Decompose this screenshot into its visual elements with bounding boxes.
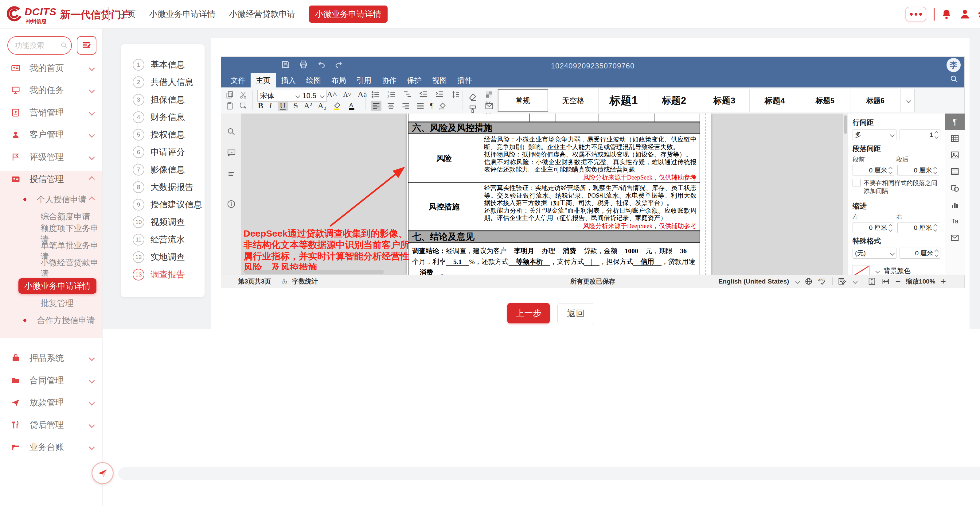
step-coborrower[interactable]: 2共借人信息 (133, 76, 194, 88)
step-imaging[interactable]: 7影像信息 (133, 163, 185, 176)
sidebar-item-business-ledger[interactable]: 业务台账 (0, 440, 102, 454)
spellcheck-icon[interactable]: ABC (818, 278, 827, 286)
editing-mode-icon[interactable] (838, 277, 846, 286)
sidebar-item-credit-mgmt[interactable]: 授信管理 (0, 172, 102, 187)
nav-tab-micro-detail-active[interactable]: 小微业务申请详情 (309, 6, 388, 23)
cut-icon[interactable] (239, 90, 248, 99)
language-selector[interactable]: English (United States) (718, 278, 789, 285)
font-family-select[interactable]: 宋体 (257, 90, 302, 102)
copy-icon[interactable] (226, 90, 234, 99)
italic-button[interactable]: I (269, 101, 272, 111)
shrink-font-icon[interactable]: A˅ (343, 91, 352, 98)
spacing-before-input[interactable]: 0 厘米 (853, 165, 894, 176)
step-finance[interactable]: 4财务信息 (133, 111, 185, 123)
step-bigdata-report[interactable]: 8大数据报告 (133, 181, 194, 194)
header-footer-panel-tab[interactable] (945, 163, 965, 180)
paste-icon[interactable] (226, 102, 234, 110)
line-spacing-icon[interactable] (451, 90, 460, 99)
nav-tab-micro-loan[interactable]: 小微经营贷款申请 (229, 9, 296, 20)
info-icon[interactable] (227, 200, 236, 209)
zoom-out-button[interactable]: − (895, 276, 901, 287)
superscript-button[interactable]: A² (304, 101, 312, 111)
background-color-swatch[interactable] (853, 265, 870, 274)
step-basic-info[interactable]: 1基本信息 (133, 59, 185, 71)
step-business-flow[interactable]: 11经营流水 (133, 233, 185, 246)
format-painter-icon[interactable] (468, 104, 477, 114)
globe-icon[interactable] (805, 278, 813, 286)
align-left-icon[interactable] (371, 101, 382, 111)
highlight-color-button[interactable] (332, 101, 342, 111)
step-authorization[interactable]: 5授权信息 (133, 128, 185, 141)
sidebar-item-my-home[interactable]: 我的首页 (0, 61, 102, 76)
shapes-panel-tab[interactable] (945, 180, 965, 197)
menu-references[interactable]: 引用 (352, 73, 377, 87)
sidebar-item-single-batch[interactable]: 单笔单批业务申请 (0, 244, 102, 259)
font-size-select[interactable]: 10.5 (300, 90, 327, 102)
step-credit-advice[interactable]: 9授信建议信息 (133, 198, 202, 211)
horizontal-scrollbar-thumb[interactable] (244, 270, 384, 274)
menu-draw[interactable]: 绘图 (301, 73, 326, 87)
menu-layout[interactable]: 布局 (326, 73, 352, 87)
subscript-button[interactable]: A₂ (318, 101, 326, 111)
style-heading6[interactable]: 标题6 (850, 89, 901, 112)
navigation-icon[interactable] (227, 170, 236, 179)
zoom-in-button[interactable]: + (940, 276, 946, 287)
style-heading1[interactable]: 标题1 (598, 89, 649, 112)
scrollbar-thumb[interactable] (844, 115, 847, 134)
doc-search-icon[interactable] (950, 75, 959, 84)
nav-tab-home[interactable]: 主页 (119, 9, 136, 20)
spinner-icon[interactable] (935, 250, 938, 257)
text-art-panel-tab[interactable]: Ta (945, 213, 965, 230)
chart-panel-tab[interactable] (945, 197, 965, 213)
sidebar-item-rating[interactable]: 评级管理 (0, 150, 102, 165)
indent-left-input[interactable]: 0 厘米 (853, 222, 894, 233)
step-video-survey[interactable]: 10视频调查 (133, 216, 185, 228)
fit-width-icon[interactable] (881, 277, 890, 286)
menu-collapse-button[interactable] (77, 36, 96, 55)
user-icon[interactable] (959, 8, 971, 20)
sidebar-item-quota-business[interactable]: 额度项下业务申请 (0, 227, 102, 241)
style-no-spacing[interactable]: 无空格 (548, 89, 598, 112)
style-heading4[interactable]: 标题4 (750, 89, 800, 112)
increase-indent-icon[interactable] (435, 90, 444, 99)
step-field-survey[interactable]: 12实地调查 (133, 251, 185, 263)
spinner-icon[interactable] (889, 225, 892, 231)
menu-protect[interactable]: 保护 (402, 73, 427, 87)
back-button[interactable]: 返回 (557, 303, 594, 324)
menu-file[interactable]: 文件 (226, 73, 251, 87)
feedback-fab-button[interactable] (92, 462, 114, 484)
find-icon[interactable] (227, 127, 236, 136)
bold-button[interactable]: B (258, 101, 263, 111)
sidebar-item-personal-credit[interactable]: 个人授信申请 (0, 192, 102, 207)
step-scoring[interactable]: 6申请评分 (133, 146, 185, 158)
underline-button[interactable]: U (278, 101, 288, 111)
notifications-icon[interactable] (941, 8, 952, 20)
sidebar-item-contracts[interactable]: 合同管理 (0, 373, 102, 388)
grow-font-icon[interactable]: A˄ (327, 90, 337, 99)
sidebar-item-micro-loan-apply[interactable]: 小微经营贷款申请 (0, 261, 102, 276)
menu-collaborate[interactable]: 协作 (377, 73, 402, 87)
style-heading5[interactable]: 标题5 (800, 89, 850, 112)
strikethrough-button[interactable]: S (294, 101, 298, 111)
payment-method-blank[interactable] (584, 258, 600, 266)
menu-insert[interactable]: 插入 (276, 73, 301, 87)
line-spacing-mode-select[interactable]: 多 (853, 129, 896, 140)
table-panel-tab[interactable] (945, 130, 965, 147)
image-panel-tab[interactable] (945, 147, 965, 163)
menu-plugins[interactable]: 插件 (452, 73, 477, 87)
clear-format-icon[interactable] (468, 93, 477, 102)
shading-icon[interactable] (438, 102, 447, 110)
style-normal[interactable]: 常规 (498, 89, 548, 112)
fit-page-icon[interactable] (868, 277, 876, 286)
justify-icon[interactable] (415, 101, 426, 111)
indent-right-input[interactable]: 0 厘米 (897, 222, 939, 233)
more-options-button[interactable] (905, 7, 926, 22)
menu-view[interactable]: 视图 (427, 73, 452, 87)
comments-icon[interactable] (226, 148, 236, 158)
style-gallery-more-button[interactable] (901, 89, 914, 112)
sidebar-item-collateral[interactable]: 押品系统 (0, 351, 102, 365)
spinner-icon[interactable] (889, 167, 892, 174)
nav-tab-micro-detail[interactable]: 小微业务申请详情 (149, 9, 216, 20)
bullet-list-icon[interactable] (371, 90, 380, 99)
sidebar-item-micro-detail-active[interactable]: 小微业务申请详情 (18, 278, 96, 293)
